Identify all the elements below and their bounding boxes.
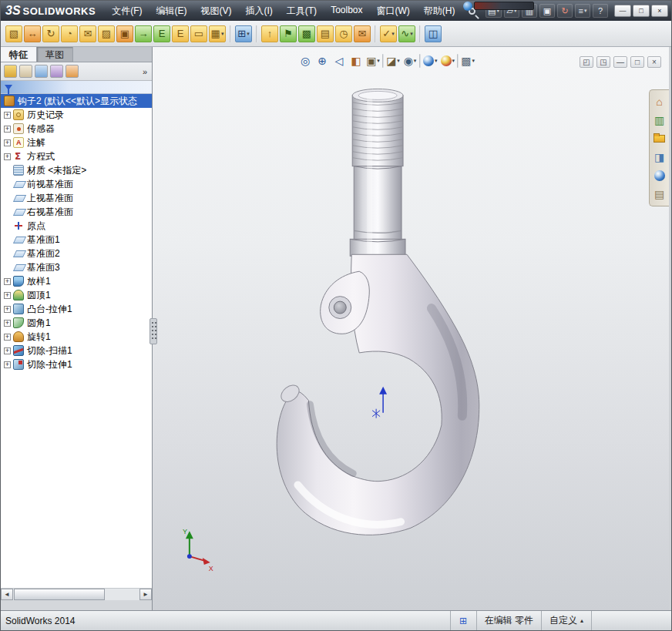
doc-minimize-button[interactable]: — xyxy=(613,56,627,68)
expand-plus-icon[interactable]: + xyxy=(4,139,11,146)
filter-funnel-icon[interactable] xyxy=(5,85,12,90)
tree-item-equations[interactable]: + 方程式 xyxy=(1,149,152,163)
previous-view-icon[interactable]: ◁ ▾ xyxy=(331,53,347,69)
propertymanager-tab-icon[interactable] xyxy=(19,65,32,78)
options-icon[interactable]: ≡ ▾ xyxy=(575,4,590,18)
clock-icon[interactable]: ◷ ▾ xyxy=(335,25,352,42)
tab-sketch[interactable]: 草图 xyxy=(37,47,73,62)
tree-item-revolve1[interactable]: + 旋转1 xyxy=(1,330,152,344)
move-component-icon[interactable]: ↔ ▾ xyxy=(24,25,41,42)
appearances-icon[interactable]: ▾ xyxy=(422,53,438,69)
folder-box-icon[interactable]: ▤ ▾ xyxy=(317,25,334,42)
panel-splitter-handle[interactable] xyxy=(150,318,157,344)
dropdown-arrow-icon[interactable]: ▾ xyxy=(410,31,413,37)
maximize-button[interactable]: □ xyxy=(633,5,650,17)
menu-toolbox[interactable]: Toolbox xyxy=(324,1,369,22)
edrawings-icon[interactable]: E ▾ xyxy=(153,25,170,42)
panel-horizontal-scrollbar[interactable]: ◄ ► xyxy=(1,588,152,600)
dropdown-arrow-icon[interactable]: ▾ xyxy=(397,58,400,64)
rebuild-icon[interactable]: ↻ ▾ xyxy=(557,4,573,18)
view-palette-icon[interactable]: ◨ xyxy=(651,149,668,166)
dropdown-arrow-icon[interactable]: ▾ xyxy=(435,58,438,64)
menu-file[interactable]: 文件(F) xyxy=(105,1,149,22)
view-settings-icon[interactable]: ▩ ▾ xyxy=(460,53,475,69)
tree-item-loft1[interactable]: + 放样1 xyxy=(1,274,152,288)
tree-item-sensors[interactable]: + 传感器 xyxy=(1,122,152,136)
expand-plus-icon[interactable]: + xyxy=(4,320,11,327)
tree-item-cut-extrude1[interactable]: + 切除-拉伸1 xyxy=(1,357,152,371)
library-box-icon[interactable]: ▩ ▾ xyxy=(298,25,315,42)
tab-features[interactable]: 特征 xyxy=(1,47,37,62)
menu-view[interactable]: 视图(V) xyxy=(193,1,238,22)
featuremanager-tab-icon[interactable] xyxy=(4,65,17,78)
hook-model-canvas[interactable]: Y X xyxy=(153,47,669,610)
doc-restore-button[interactable]: □ xyxy=(630,56,644,68)
flag-icon[interactable]: ⚑ ▾ xyxy=(280,25,297,42)
tree-item-right-plane[interactable]: + 右视基准面 xyxy=(1,205,152,219)
menu-insert[interactable]: 插入(I) xyxy=(238,1,279,22)
expand-plus-icon[interactable]: + xyxy=(4,126,11,133)
scrollbar-thumb[interactable] xyxy=(14,589,105,600)
zoom-area-icon[interactable]: ⊕ ▾ xyxy=(314,53,330,69)
close-button[interactable]: × xyxy=(651,5,668,17)
dropdown-arrow-icon[interactable]: ▾ xyxy=(584,8,587,14)
custom-properties-icon[interactable]: ▤ xyxy=(651,186,668,203)
envelope-icon[interactable]: ✉ ▾ xyxy=(79,25,96,42)
expand-plus-icon[interactable]: + xyxy=(4,306,11,313)
tree-item-cut-sweep1[interactable]: + 切除-扫描1 xyxy=(1,344,152,357)
pane-full-icon[interactable]: ◳ xyxy=(596,56,610,68)
tree-item-part[interactable]: + 钩子2 (默认<<默认>显示状态 xyxy=(1,94,152,108)
dropdown-arrow-icon[interactable]: ▾ xyxy=(221,31,224,37)
appearances-scenes-icon[interactable] xyxy=(651,167,668,184)
menu-tools[interactable]: 工具(T) xyxy=(280,1,324,22)
dropdown-arrow-icon[interactable]: ▾ xyxy=(391,31,395,37)
dimxpertmanager-tab-icon[interactable] xyxy=(50,65,63,78)
dropdown-arrow-icon[interactable]: ▾ xyxy=(452,58,455,64)
pane-split-icon[interactable]: ◰ xyxy=(580,56,593,68)
print-icon[interactable]: ▣ ▾ xyxy=(539,4,555,18)
tree-item-dome1[interactable]: + 圆顶1 xyxy=(1,288,152,302)
customize-segment[interactable]: 自定义 ▴ xyxy=(541,611,591,630)
color-palette-icon[interactable]: ▧ ▾ xyxy=(5,25,22,42)
expand-plus-icon[interactable]: + xyxy=(4,292,11,299)
spring-icon[interactable]: ∿ ▾ xyxy=(398,25,415,42)
menu-window[interactable]: 窗口(W) xyxy=(370,1,417,22)
edit-sketch-icon[interactable]: ▨ ▾ xyxy=(98,25,115,42)
rotate-component-icon[interactable]: ↻ ▾ xyxy=(42,25,59,42)
doc-close-button[interactable]: × xyxy=(647,56,661,68)
tree-item-origin[interactable]: + 原点 xyxy=(1,219,152,233)
expand-plus-icon[interactable]: + xyxy=(4,153,11,160)
dot-grid-icon[interactable]: ⊞ ▾ xyxy=(235,25,252,42)
display-style-icon[interactable]: ◪ ▾ xyxy=(385,53,401,69)
expand-plus-icon[interactable]: + xyxy=(4,361,11,368)
overflow-chevron-icon[interactable]: » xyxy=(143,67,149,76)
export-arrow-icon[interactable]: → ▾ xyxy=(135,25,152,42)
menu-help[interactable]: 帮助(H) xyxy=(417,1,462,22)
dropdown-arrow-icon[interactable]: ▾ xyxy=(414,58,417,64)
dropdown-arrow-icon[interactable]: ▾ xyxy=(377,58,380,64)
publish-up-icon[interactable]: ↑ ▾ xyxy=(261,25,278,42)
dropdown-arrow-icon[interactable]: ▾ xyxy=(247,31,250,37)
tree-item-fillet1[interactable]: + 圆角1 xyxy=(1,316,152,330)
measure-toggle-icon[interactable]: ◫ ▾ xyxy=(425,25,442,42)
scroll-left-icon[interactable]: ◄ xyxy=(1,589,13,600)
zoom-fit-icon[interactable]: ◎ ▾ xyxy=(297,53,313,69)
tree-item-plane3[interactable]: + 基准面3 xyxy=(1,260,152,274)
swatch-grid-icon[interactable]: ▦ ▾ xyxy=(209,25,226,42)
tree-item-plane2[interactable]: + 基准面2 xyxy=(1,247,152,260)
tree-item-material[interactable]: + 材质 <未指定> xyxy=(1,163,152,177)
tree-item-plane1[interactable]: + 基准面1 xyxy=(1,233,152,247)
hide-show-icon[interactable]: ◉ ▾ xyxy=(402,53,418,69)
design-library-icon[interactable]: ▥ xyxy=(651,112,668,129)
view-orientation-icon[interactable]: ▣ ▾ xyxy=(365,53,381,69)
mail-send-icon[interactable]: ✉ ▾ xyxy=(354,25,371,42)
expand-plus-icon[interactable]: + xyxy=(4,334,11,341)
expand-plus-icon[interactable]: + xyxy=(4,278,11,285)
tree-item-history[interactable]: + 历史记录 xyxy=(1,108,152,122)
stamp-icon[interactable]: ▣ ▾ xyxy=(116,25,133,42)
equation-icon[interactable]: E ▾ xyxy=(172,25,189,42)
hook-model[interactable] xyxy=(277,89,479,535)
expand-plus-icon[interactable]: + xyxy=(4,347,11,354)
check-dropdown-icon[interactable]: ✓ ▾ xyxy=(380,25,397,42)
file-explorer-icon[interactable] xyxy=(651,130,668,147)
